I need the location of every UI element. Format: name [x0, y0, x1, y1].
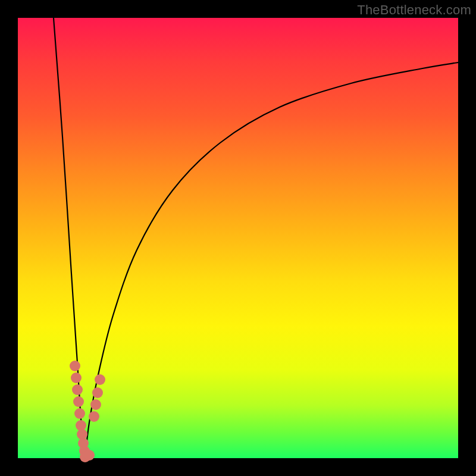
dip-marker-cluster-left — [74, 408, 85, 419]
dip-marker-cluster-right — [90, 399, 101, 410]
dip-marker-cluster-left — [70, 361, 80, 371]
chart-frame: TheBottleneck.com — [0, 0, 476, 476]
watermark-text: TheBottleneck.com — [357, 2, 471, 18]
dip-marker-cluster-bottom — [84, 450, 95, 461]
dip-marker-cluster-left — [72, 384, 83, 395]
dip-marker-cluster-left — [71, 372, 82, 383]
plot-area — [18, 18, 458, 458]
dip-marker-cluster-right — [89, 411, 99, 422]
curve-layer — [18, 18, 458, 458]
dip-marker-cluster-right — [95, 374, 105, 385]
dip-marker-cluster-right — [92, 387, 103, 398]
dip-marker-cluster-left — [73, 396, 84, 407]
marker-group — [70, 361, 105, 462]
curve-group — [54, 18, 458, 458]
right-ascending-curve — [85, 62, 458, 458]
